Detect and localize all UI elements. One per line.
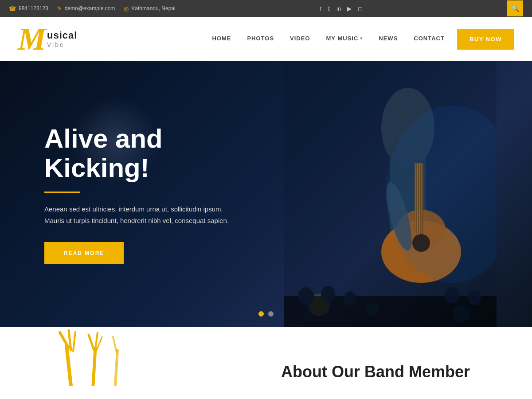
svg-point-16 [298,287,314,305]
youtube-icon[interactable]: ▶ [347,5,352,12]
chevron-down-icon: ▾ [360,36,363,41]
nav-news[interactable]: NEWS [371,17,406,61]
instagram-icon[interactable]: ◻ [358,5,363,12]
svg-line-28 [95,332,98,349]
svg-line-23 [60,332,69,348]
logo-name: usical [47,30,77,41]
svg-rect-15 [284,296,497,327]
svg-line-22 [66,346,71,386]
logo-sub: Vibe [47,41,77,48]
svg-point-20 [468,290,481,305]
nav-home[interactable]: HOME [204,17,239,61]
read-more-button[interactable]: READ MORE [44,242,124,264]
hero-content: Alive and Kicking! Aenean sed est ultric… [0,124,266,264]
hero-title: Alive and Kicking! [44,124,266,183]
location-text: Kathmandu, Nepal [131,5,175,12]
about-band-title: About Our Band Member [281,363,488,386]
carousel-dot-1[interactable] [258,311,264,317]
bottom-section: About Our Band Member [0,327,532,399]
hero-divider [44,192,80,193]
facebook-icon[interactable]: f [320,5,321,12]
phone-item: ☎ 9841123123 [9,5,48,12]
phone-icon: ☎ [9,5,16,12]
carousel-dots [258,311,274,317]
top-bar-right: 🔍 [507,0,523,16]
svg-point-19 [445,287,460,304]
logo-letter: M [18,23,46,55]
nav-photos[interactable]: PHOTOS [239,17,282,61]
guitar-player-figure [284,61,497,327]
phone-number: 9841123123 [19,5,48,12]
social-links: f 𝕥 in ▶ ◻ [320,5,363,12]
logo: M usical Vibe [18,23,77,55]
svg-line-31 [113,337,117,352]
svg-point-17 [321,286,335,302]
nav-contact[interactable]: CONTACT [406,17,453,61]
main-nav: HOME PHOTOS VIDEO MY MUSIC ▾ NEWS CONTAC… [204,17,514,61]
location-icon: ◎ [124,5,129,12]
svg-line-25 [73,332,75,351]
header: M usical Vibe HOME PHOTOS VIDEO MY MUSIC… [0,17,532,61]
location-item: ◎ Kathmandu, Nepal [124,5,175,12]
email-address: demo@example.com [65,5,115,12]
email-item: ✎ demo@example.com [57,5,115,12]
hands-svg [44,328,133,386]
top-bar-left: ☎ 9841123123 ✎ demo@example.com ◎ Kathma… [9,5,176,12]
svg-line-27 [89,335,94,350]
guitar-hands-graphic [44,328,133,386]
linkedin-icon[interactable]: in [336,5,341,12]
carousel-dot-2[interactable] [268,311,274,317]
svg-line-26 [93,348,95,386]
search-button[interactable]: 🔍 [507,0,523,16]
buy-now-button[interactable]: BUY NOW [457,29,514,50]
svg-line-30 [115,350,117,386]
svg-point-18 [344,291,356,305]
logo-text-group: usical Vibe [47,30,77,48]
nav-video[interactable]: VIDEO [282,17,318,61]
top-bar: ☎ 9841123123 ✎ demo@example.com ◎ Kathma… [0,0,532,17]
twitter-icon[interactable]: 𝕥 [328,5,330,12]
email-icon: ✎ [57,5,62,12]
hero-section: Alive and Kicking! Aenean sed est ultric… [0,61,532,327]
nav-mymusic[interactable]: MY MUSIC ▾ [318,17,371,61]
hero-description: Aenean sed est ultricies, interdum urna … [44,203,266,226]
